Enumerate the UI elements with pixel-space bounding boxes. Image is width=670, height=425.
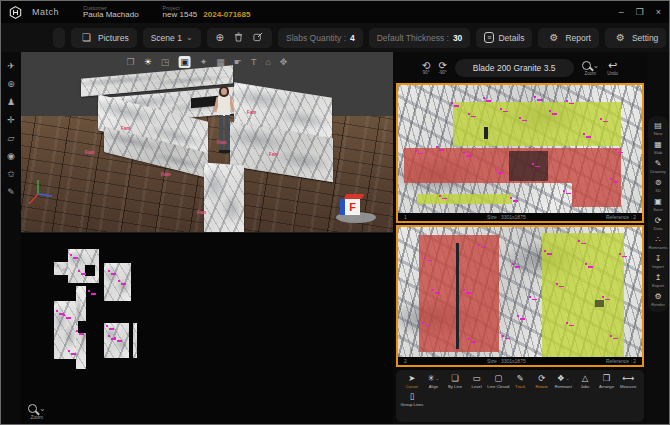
dimension-mark [121,283,126,285]
cursor-tool-icon: ➤ [408,373,415,383]
text-tool-icon[interactable]: T [251,56,257,68]
track-tool[interactable]: ✎Track [510,373,530,389]
jobs-tool[interactable]: △Jobs [575,373,595,389]
texture-view-icon[interactable]: ▣ [178,56,191,68]
maximize-button[interactable]: ❐ [636,7,644,17]
project-name: new 1545 [163,11,198,20]
tab-export-icon: ↥ [655,273,662,283]
pictures-button[interactable]: ❏ Pictures [71,28,137,48]
default-thickness-field[interactable]: Default Thickness : 30 [369,28,471,48]
main-toolbar: ❏ Pictures Scene 1 ⌄ ⊕ Slabs Quantity : … [1,23,669,52]
slabs-quantity-field[interactable]: Slabs Quantity : 4 [278,28,363,48]
piece-label: Fam [121,126,130,131]
viewport-toolbar: ❐☀◳▣✦▦☛T⌂✥ [127,56,288,68]
rotate-90-button[interactable]: ⟲ 90° [422,61,430,76]
edit-scene-icon[interactable]: ✎ [7,188,15,197]
tab-slab-label: Slab [654,150,662,155]
slab-panel: ⟲ 90° ⟳ -90° Blade 200 Granite 3.5 ⌄ Zoo… [393,52,647,424]
tab-save[interactable]: ▣Save [653,197,663,212]
by-line-tool[interactable]: ❏By Line [445,373,465,389]
visibility-icon[interactable]: ◉ [7,152,15,161]
material-name[interactable]: Blade 200 Granite 3.5 [455,59,574,77]
dimension-annotation [547,253,552,255]
effects-icon[interactable]: ✩ [7,170,15,179]
tab-data[interactable]: ⟳Data [654,216,663,231]
select-tool-icon[interactable]: ✈ [7,62,15,71]
tab-new[interactable]: ▤New [654,121,662,136]
layout-zoom-control[interactable]: ⌄ Zoom [28,404,46,420]
piece-label: Fam [247,110,256,115]
tab-drawing[interactable]: ✎Drawing [650,159,665,174]
dimension-annotation [435,292,440,294]
details-button[interactable]: ≡ Details [476,28,532,48]
undo-button[interactable]: ↩ Undo [607,61,618,76]
human-scale-figure[interactable] [213,86,235,162]
level-tool[interactable]: ▭Level [467,373,487,389]
piece-label: Fam [197,210,206,215]
tab-render[interactable]: ⚙Render [651,292,665,307]
slab-view-2[interactable]: 2 Size : 3301x1875 Reference : 2 [396,225,644,367]
dimension-annotation [618,152,623,154]
tab-3d[interactable]: ⊚3D [655,178,662,193]
align-tool[interactable]: ✳⌄Align [424,373,444,389]
setting-button[interactable]: ⚙ Setting [605,28,666,48]
dimension-annotation [613,338,618,340]
cube-view-icon[interactable]: ◳ [161,56,170,68]
home-view-icon[interactable]: ⌂ [265,56,270,68]
tab-new-label: New [654,131,662,136]
report-button[interactable]: ⚙ Report [538,28,598,48]
viewport-3d[interactable]: FamFamFamFamFamFamFam ❐☀◳▣✦▦☛T⌂✥ F [21,52,393,232]
orbit-tool-icon[interactable]: ⊛ [7,80,15,89]
scene-select[interactable]: Scene 1 ⌄ [143,28,201,48]
measure-tool[interactable]: ⟷Measure [618,373,638,389]
light-icon[interactable]: ☀ [144,56,152,68]
arrange-tool[interactable]: ❒Arrange [597,373,617,389]
person-view-icon[interactable]: ♟ [7,98,15,107]
navigation-cube-gizmo[interactable]: F [336,194,376,224]
dimension-annotation [559,286,564,288]
level-tool-icon: ▭ [473,373,481,383]
red-overlay-region [572,183,621,207]
cutout-hole [78,321,87,333]
dimension-annotation [532,299,537,301]
shape-tool-icon[interactable]: ▱ [8,134,15,143]
edit-scene-button[interactable] [250,32,266,44]
project-code: 2024-071685 [203,11,250,20]
move-tool-icon[interactable]: ✛ [7,116,15,125]
remnant-tool[interactable]: ❖⌄Remnant [554,373,574,389]
tab-import-icon: ↧ [655,254,662,264]
dimension-annotation [425,325,430,327]
tab-slab[interactable]: ▦Slab [654,140,662,155]
minimize-button[interactable]: – [619,7,624,17]
delete-scene-button[interactable] [231,32,246,44]
dimension-annotation [622,256,627,258]
nav-cube-front-face[interactable]: F [345,199,360,215]
close-button[interactable]: × [656,7,661,17]
cursor-tool[interactable]: ➤Cursor [402,373,422,389]
app-logo-icon [9,6,22,19]
tab-export[interactable]: ↥Export [652,273,664,288]
slab-piece[interactable] [133,323,137,358]
lamp-icon[interactable]: ✦ [200,56,208,68]
tab-import[interactable]: ↧Import [652,254,664,269]
dark-overlay-region [595,300,605,307]
layout-2d-panel[interactable]: ⌄ Zoom [21,232,393,424]
tab-remnants[interactable]: ∴Remnants [648,235,667,250]
slab-piece[interactable] [104,263,131,301]
piece-label: Fam [85,150,94,155]
group-lines-tool[interactable]: ▯Group Lines [402,391,422,407]
line-closed-tool[interactable]: ▢Line Closed [488,373,508,389]
tab-render-label: Render [651,302,665,307]
slab-piece[interactable] [54,262,68,275]
marble-waterfall-leg[interactable] [204,163,244,232]
piece-label: Fam [217,140,226,145]
fullscreen-icon[interactable]: ✥ [280,56,288,68]
compare-icon[interactable]: ❐ [127,56,135,68]
slab-view-1[interactable]: 1 Size : 3301x1875 Reference : 2 [396,83,644,223]
add-scene-button[interactable]: ⊕ [213,32,227,43]
grid-icon[interactable]: ▦ [216,56,225,68]
slab-zoom-control[interactable]: ⌄ Zoom [582,61,600,76]
hand-select-icon[interactable]: ☛ [234,56,242,68]
rotate-tool[interactable]: ⟳Rotate [532,373,552,389]
rotate-minus-90-button[interactable]: ⟳ -90° [438,61,446,76]
